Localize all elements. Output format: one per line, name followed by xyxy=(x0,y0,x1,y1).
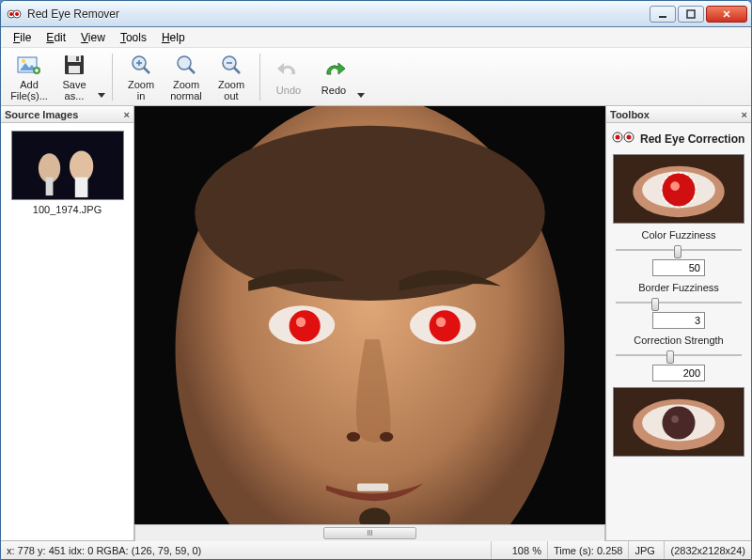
redo-dropdown[interactable] xyxy=(356,51,366,103)
svg-point-54 xyxy=(671,415,679,423)
svg-rect-5 xyxy=(687,10,695,18)
canvas[interactable] xyxy=(134,106,605,524)
preview-after xyxy=(613,387,744,457)
svg-point-53 xyxy=(662,406,695,439)
menu-help[interactable]: Help xyxy=(155,29,192,46)
window-controls xyxy=(650,6,747,23)
svg-point-43 xyxy=(627,135,632,140)
svg-rect-25 xyxy=(45,178,53,195)
zoom-normal-icon xyxy=(173,54,199,78)
svg-line-20 xyxy=(234,68,240,73)
svg-point-3 xyxy=(15,12,19,16)
save-as-button[interactable]: Save as... xyxy=(52,51,97,103)
border-fuzziness-slider[interactable] xyxy=(616,295,742,310)
content-area: Source Images × 100_1974.JPG xyxy=(1,106,751,540)
photo-add-icon xyxy=(16,54,42,78)
undo-icon xyxy=(275,58,302,83)
status-coords: x: 778 y: 451 idx: 0 RGBA: (126, 79, 59,… xyxy=(1,541,492,559)
svg-point-48 xyxy=(670,181,680,191)
horizontal-scrollbar[interactable] xyxy=(134,524,605,540)
close-button[interactable] xyxy=(706,6,747,23)
svg-point-47 xyxy=(662,173,695,206)
correction-strength-input[interactable] xyxy=(652,365,705,381)
svg-line-16 xyxy=(144,68,149,73)
menu-tools[interactable]: Tools xyxy=(114,29,153,46)
color-fuzziness-input[interactable] xyxy=(652,259,705,276)
svg-marker-14 xyxy=(98,93,105,98)
toolbox-panel: Toolbox × Red Eye Correction Color xyxy=(606,106,751,540)
source-images-panel: Source Images × 100_1974.JPG xyxy=(1,106,134,540)
close-panel-icon[interactable]: × xyxy=(124,109,130,120)
image-viewer xyxy=(134,106,606,540)
svg-point-35 xyxy=(436,318,446,327)
color-fuzziness-slider[interactable] xyxy=(616,242,742,257)
titlebar: Red Eye Remover xyxy=(1,1,751,27)
app-icon xyxy=(7,7,22,22)
svg-point-34 xyxy=(430,310,461,341)
zoom-out-icon xyxy=(218,54,244,78)
correction-strength-row: Correction Strength xyxy=(610,334,747,381)
tool-label: Zoom in xyxy=(128,79,154,101)
status-format: JPG xyxy=(629,541,665,559)
zoom-in-icon xyxy=(128,54,154,78)
menu-file[interactable]: File xyxy=(7,29,38,46)
tool-label: Redo xyxy=(321,85,346,96)
add-files-button[interactable]: Add File(s)... xyxy=(7,51,52,103)
minimize-button[interactable] xyxy=(650,6,676,23)
tool-label: Zoom normal xyxy=(170,79,202,101)
slider-label: Border Fuzziness xyxy=(610,282,747,293)
zoom-normal-button[interactable]: Zoom normal xyxy=(164,51,209,103)
panel-title: Toolbox xyxy=(610,109,650,120)
redo-button[interactable]: Redo xyxy=(311,51,356,103)
svg-rect-13 xyxy=(69,66,80,73)
maximize-button[interactable] xyxy=(678,6,704,23)
toolbar: Add File(s)... Save as... Zoom in Zoom n… xyxy=(1,48,751,106)
window-title: Red Eye Remover xyxy=(27,8,650,21)
statusbar: x: 778 y: 451 idx: 0 RGBA: (126, 79, 59,… xyxy=(1,540,751,559)
app-window: Red Eye Remover File Edit View Tools Hel… xyxy=(0,0,752,560)
svg-point-8 xyxy=(22,59,25,63)
menu-view[interactable]: View xyxy=(74,29,112,46)
border-fuzziness-input[interactable] xyxy=(652,312,705,329)
zoom-out-button[interactable]: Zoom out xyxy=(209,51,254,103)
svg-rect-38 xyxy=(357,484,388,491)
svg-point-33 xyxy=(296,318,306,327)
svg-point-2 xyxy=(9,12,13,16)
border-fuzziness-row: Border Fuzziness xyxy=(610,282,747,329)
toolbox-section-header: Red Eye Correction xyxy=(610,127,747,152)
save-dropdown[interactable] xyxy=(97,51,106,103)
correction-strength-slider[interactable] xyxy=(616,348,742,363)
zoom-in-button[interactable]: Zoom in xyxy=(118,51,164,103)
status-zoom: 108 % xyxy=(492,541,548,559)
svg-rect-4 xyxy=(659,16,666,18)
svg-point-32 xyxy=(290,310,321,341)
thumbnail-list: 100_1974.JPG xyxy=(1,123,133,540)
svg-point-24 xyxy=(69,150,92,181)
tool-label: Zoom out xyxy=(218,79,244,101)
svg-marker-21 xyxy=(357,93,365,98)
svg-point-29 xyxy=(195,126,545,301)
preview-before xyxy=(613,154,744,224)
undo-button[interactable]: Undo xyxy=(266,51,311,103)
toolbox-body: Red Eye Correction Color Fuzziness xyxy=(606,123,751,540)
svg-point-42 xyxy=(616,135,620,140)
redo-icon xyxy=(321,58,347,83)
thumbnail-filename: 100_1974.JPG xyxy=(7,204,128,215)
svg-point-36 xyxy=(347,432,360,442)
close-panel-icon[interactable]: × xyxy=(742,109,747,120)
status-dimensions: (2832x2128x24) xyxy=(665,541,751,559)
toolbox-panel-header: Toolbox × xyxy=(606,106,751,123)
svg-rect-22 xyxy=(12,132,122,199)
svg-line-18 xyxy=(189,68,195,73)
slider-label: Color Fuzziness xyxy=(610,229,747,241)
svg-point-17 xyxy=(178,56,191,70)
panel-title: Source Images xyxy=(5,109,78,120)
floppy-icon xyxy=(61,54,87,78)
red-eye-icon xyxy=(612,131,634,147)
menubar: File Edit View Tools Help xyxy=(1,27,751,48)
menu-edit[interactable]: Edit xyxy=(39,29,72,46)
color-fuzziness-row: Color Fuzziness xyxy=(610,229,747,276)
source-panel-header: Source Images × xyxy=(1,106,133,123)
slider-label: Correction Strength xyxy=(610,334,747,346)
thumbnail[interactable] xyxy=(11,131,124,200)
